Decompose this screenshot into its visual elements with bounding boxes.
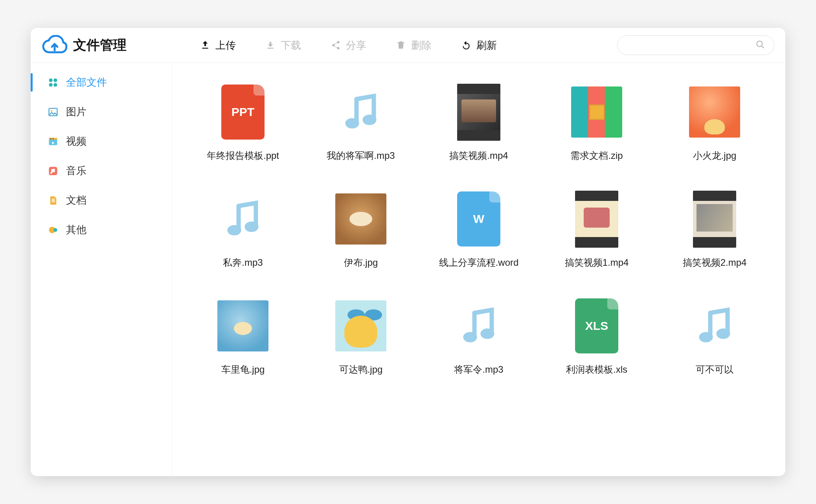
- file-name-label: 搞笑视频.mp4: [449, 149, 508, 162]
- sidebar-item-label: 视频: [66, 134, 86, 148]
- file-item[interactable]: 可不可以: [660, 296, 770, 376]
- body: 全部文件 图片 视频 音乐: [31, 63, 785, 476]
- file-thumbnail: [449, 83, 508, 142]
- video-icon: [47, 136, 59, 147]
- music-note-icon: [693, 304, 736, 348]
- file-name-label: 伊布.jpg: [344, 256, 378, 269]
- file-item[interactable]: 需求文档.zip: [542, 83, 652, 162]
- sidebar-item-images[interactable]: 图片: [31, 97, 172, 127]
- sidebar-item-label: 其他: [66, 223, 86, 237]
- file-item[interactable]: 小火龙.jpg: [660, 83, 770, 162]
- search-box[interactable]: [617, 35, 774, 55]
- share-button[interactable]: 分享: [329, 37, 367, 54]
- cloud-logo-icon: [42, 35, 68, 55]
- file-item[interactable]: 将军令.mp3: [424, 296, 534, 376]
- sidebar: 全部文件 图片 视频 音乐: [31, 63, 172, 476]
- svg-point-9: [50, 138, 51, 139]
- toolbar: 上传 下载 分享 删除: [199, 37, 498, 54]
- svg-point-20: [699, 332, 713, 342]
- upload-icon: [200, 40, 211, 51]
- image-icon: [47, 106, 59, 118]
- file-item[interactable]: W线上分享流程.word: [424, 189, 534, 269]
- delete-button[interactable]: 删除: [395, 37, 432, 54]
- file-item[interactable]: PPT年终报告模板.ppt: [188, 83, 298, 162]
- svg-point-14: [345, 118, 359, 128]
- file-name-label: 可不可以: [696, 363, 733, 376]
- music-note-icon: [221, 197, 265, 241]
- other-icon: [47, 224, 59, 236]
- svg-point-13: [53, 228, 57, 232]
- svg-point-15: [362, 115, 376, 125]
- file-thumbnail: [331, 83, 390, 142]
- download-label: 下载: [281, 39, 301, 52]
- file-name-label: 私奔.mp3: [223, 256, 263, 269]
- file-item[interactable]: 车里龟.jpg: [188, 296, 298, 376]
- sidebar-item-music[interactable]: 音乐: [31, 156, 172, 186]
- file-name-label: 搞笑视频1.mp4: [565, 256, 629, 269]
- file-thumbnail: PPT: [213, 83, 272, 142]
- file-item[interactable]: 搞笑视频1.mp4: [542, 189, 652, 269]
- refresh-label: 刷新: [476, 39, 497, 52]
- app-title: 文件管理: [73, 36, 127, 54]
- search-input[interactable]: [626, 41, 755, 50]
- file-item[interactable]: 私奔.mp3: [188, 189, 298, 269]
- file-thumbnail: [567, 189, 626, 248]
- file-thumbnail: [685, 296, 744, 355]
- sidebar-item-label: 图片: [66, 105, 86, 119]
- file-grid: PPT年终报告模板.ppt我的将军啊.mp3搞笑视频.mp4需求文档.zip小火…: [188, 83, 770, 376]
- file-name-label: 搞笑视频2.mp4: [683, 256, 747, 269]
- sidebar-item-docs[interactable]: 文档: [31, 186, 172, 215]
- sidebar-item-other[interactable]: 其他: [31, 215, 172, 245]
- file-name-label: 可达鸭.jpg: [339, 363, 383, 376]
- file-item[interactable]: 我的将军啊.mp3: [306, 83, 416, 162]
- upload-button[interactable]: 上传: [199, 37, 237, 54]
- trash-icon: [395, 40, 406, 51]
- svg-point-17: [244, 222, 258, 232]
- music-note-icon: [457, 304, 500, 348]
- share-label: 分享: [346, 39, 366, 52]
- share-icon: [330, 40, 341, 51]
- file-item[interactable]: 可达鸭.jpg: [306, 296, 416, 376]
- search-icon: [755, 39, 765, 51]
- file-item[interactable]: 伊布.jpg: [306, 189, 416, 269]
- refresh-button[interactable]: 刷新: [460, 37, 498, 54]
- file-thumbnail: XLS: [567, 296, 626, 355]
- sidebar-item-label: 文档: [66, 193, 86, 207]
- sidebar-item-video[interactable]: 视频: [31, 127, 172, 156]
- file-thumbnail: [567, 83, 626, 142]
- svg-point-16: [227, 225, 241, 235]
- logo-area: 文件管理: [42, 35, 167, 55]
- file-thumbnail: [685, 83, 744, 142]
- svg-point-1: [49, 78, 53, 82]
- file-name-label: 需求文档.zip: [570, 149, 623, 162]
- file-name-label: 利润表模板.xls: [566, 363, 627, 376]
- download-icon: [265, 40, 276, 51]
- svg-point-19: [480, 329, 494, 339]
- music-note-icon: [339, 90, 382, 134]
- file-item[interactable]: 搞笑视频.mp4: [424, 83, 534, 162]
- download-button[interactable]: 下载: [264, 37, 302, 54]
- file-name-label: 线上分享流程.word: [439, 256, 519, 269]
- svg-point-18: [463, 332, 477, 342]
- sidebar-item-all[interactable]: 全部文件: [31, 68, 172, 97]
- header: 文件管理 上传 下载 分享: [31, 28, 785, 63]
- file-thumbnail: W: [449, 189, 508, 248]
- grid-icon: [47, 77, 59, 88]
- svg-point-4: [53, 83, 57, 86]
- svg-point-6: [51, 110, 52, 111]
- document-icon: [47, 195, 59, 206]
- file-thumbnail: [449, 296, 508, 355]
- file-content[interactable]: PPT年终报告模板.ppt我的将军啊.mp3搞笑视频.mp4需求文档.zip小火…: [172, 63, 785, 476]
- file-thumbnail: [331, 189, 390, 248]
- delete-label: 删除: [411, 39, 432, 52]
- file-name-label: 年终报告模板.ppt: [207, 149, 279, 162]
- sidebar-item-label: 全部文件: [66, 75, 107, 89]
- music-icon: [47, 165, 59, 177]
- svg-point-2: [53, 78, 57, 82]
- file-item[interactable]: XLS利润表模板.xls: [542, 296, 652, 376]
- file-item[interactable]: 搞笑视频2.mp4: [660, 189, 770, 269]
- file-name-label: 将军令.mp3: [454, 363, 503, 376]
- svg-point-21: [716, 329, 730, 339]
- app-window: 文件管理 上传 下载 分享: [31, 28, 785, 476]
- file-thumbnail: [331, 296, 390, 355]
